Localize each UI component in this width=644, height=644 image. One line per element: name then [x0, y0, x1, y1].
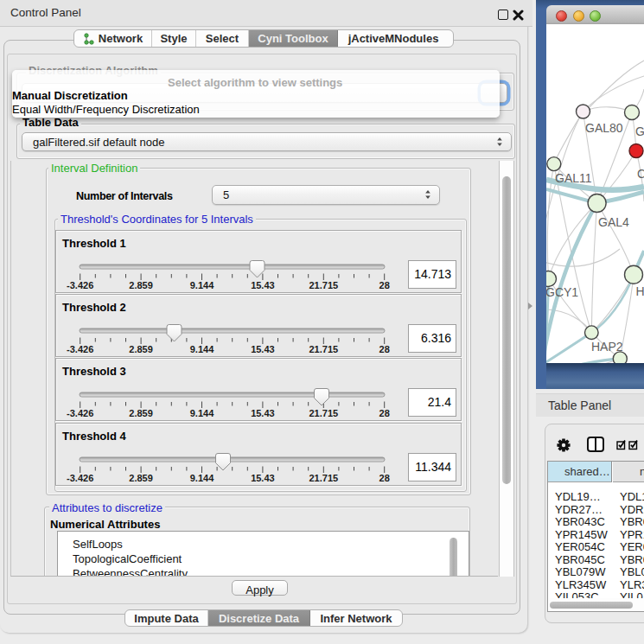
svg-text:15.43: 15.43: [251, 473, 275, 483]
svg-text:GAL11: GAL11: [555, 171, 592, 185]
svg-text:GAL4: GAL4: [598, 215, 629, 229]
svg-text:HAP2: HAP2: [591, 340, 623, 354]
svg-text:15.43: 15.43: [251, 280, 275, 290]
svg-text:2.859: 2.859: [129, 280, 153, 290]
svg-text:21.715: 21.715: [309, 473, 338, 483]
svg-text:-3.426: -3.426: [67, 408, 93, 418]
svg-text:21.715: 21.715: [309, 344, 338, 354]
svg-text:28: 28: [379, 408, 390, 418]
svg-text:GAL80: GAL80: [585, 121, 623, 135]
svg-text:21.715: 21.715: [309, 280, 338, 290]
svg-text:H: H: [636, 284, 644, 298]
svg-text:2.859: 2.859: [129, 473, 153, 483]
svg-text:28: 28: [379, 344, 390, 354]
svg-text:-3.426: -3.426: [67, 280, 93, 290]
svg-text:9.144: 9.144: [190, 408, 214, 418]
svg-text:9.144: 9.144: [190, 473, 214, 483]
svg-text:GA: GA: [635, 124, 644, 138]
svg-text:28: 28: [379, 280, 390, 290]
svg-text:2.859: 2.859: [129, 408, 153, 418]
svg-text:-3.426: -3.426: [67, 344, 93, 354]
svg-text:2.859: 2.859: [129, 344, 153, 354]
svg-text:9.144: 9.144: [190, 280, 214, 290]
svg-text:-3.426: -3.426: [67, 473, 93, 483]
svg-text:9.144: 9.144: [190, 344, 214, 354]
svg-text:C: C: [637, 167, 644, 181]
svg-text:15.43: 15.43: [251, 344, 275, 354]
svg-text:28: 28: [379, 473, 390, 483]
svg-text:21.715: 21.715: [309, 408, 338, 418]
svg-text:15.43: 15.43: [251, 408, 275, 418]
svg-text:GCY1: GCY1: [546, 285, 578, 299]
